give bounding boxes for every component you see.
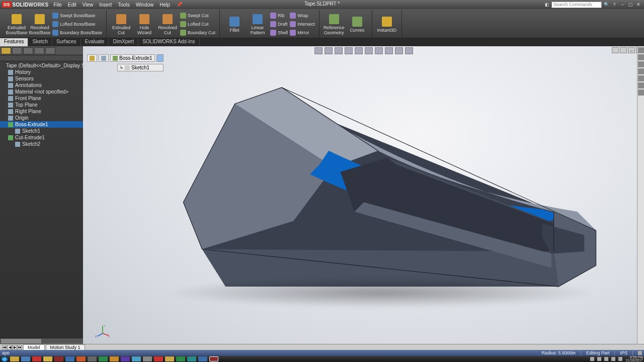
tree-sketch1[interactable]: Sketch1 <box>0 128 83 134</box>
tab-sketch[interactable]: Sketch <box>28 38 52 46</box>
tree-tab-property-manager[interactable] <box>12 47 22 54</box>
tray-icon-5[interactable] <box>618 357 622 361</box>
taskpane-appearances-icon[interactable] <box>638 75 644 81</box>
status-icon[interactable] <box>638 351 642 355</box>
start-button[interactable] <box>1 356 8 362</box>
taskpane-view-palette-icon[interactable] <box>638 68 644 74</box>
taskbar-app-11[interactable] <box>121 356 130 361</box>
instant3d-button[interactable]: Instant3D <box>375 16 398 33</box>
taskbar-app-17[interactable] <box>187 356 196 361</box>
taskbar-app-4[interactable] <box>43 356 52 361</box>
taskbar-app-2[interactable] <box>21 356 30 361</box>
taskpane-file-explorer-icon[interactable] <box>638 61 644 67</box>
graphics-viewport[interactable]: – ✕ Boss-Extrude1 ↳Sketch1 <box>83 46 644 344</box>
orientation-triad[interactable]: Y X Z <box>95 323 110 338</box>
breadcrumb-history-icon[interactable] <box>99 54 109 62</box>
shell-button[interactable]: Shell <box>269 28 289 37</box>
taskbar-app-active[interactable] <box>209 356 218 361</box>
tray-icon-2[interactable] <box>597 357 601 361</box>
tab-nav-last[interactable]: ⏭ <box>17 345 22 350</box>
breadcrumb-face-icon[interactable] <box>156 54 164 62</box>
taskbar-app-9[interactable] <box>99 356 108 361</box>
curves-button[interactable]: Curves <box>346 16 369 33</box>
tree-origin[interactable]: Origin <box>0 115 83 121</box>
wrap-button[interactable]: Wrap <box>289 11 316 20</box>
reference-geometry-button[interactable]: Reference Geometry <box>323 13 346 35</box>
tree-tab-feature-manager[interactable] <box>1 47 11 54</box>
sw-resources-icon[interactable]: ◧ <box>543 1 550 8</box>
taskbar-app-16[interactable] <box>176 356 185 361</box>
view-orientation-icon[interactable] <box>355 47 363 54</box>
tree-right-plane[interactable]: Right Plane <box>0 108 83 115</box>
revolved-cut-button[interactable]: Revolved Cut <box>156 13 179 35</box>
revolved-boss-button[interactable]: Revolved Boss/Base <box>28 13 51 35</box>
tree-annotations[interactable]: Annotations <box>0 82 83 88</box>
tree-history[interactable]: History <box>0 69 83 75</box>
linear-pattern-button[interactable]: Linear Pattern <box>246 13 269 35</box>
taskpane-forum-icon[interactable] <box>638 89 644 96</box>
lofted-boss-button[interactable]: Lofted Boss/Base <box>51 20 103 28</box>
section-view-icon[interactable] <box>345 47 353 54</box>
menu-tools[interactable]: Tools <box>118 2 129 8</box>
tray-icon-3[interactable] <box>604 357 608 361</box>
menu-help[interactable]: Help <box>159 2 170 8</box>
tree-sensors[interactable]: Sensors <box>0 75 83 82</box>
zoom-area-icon[interactable] <box>325 47 333 54</box>
tray-icon-4[interactable] <box>611 357 615 361</box>
tab-features[interactable]: Features <box>0 38 28 46</box>
tab-model[interactable]: Model <box>23 344 45 350</box>
help-icon[interactable]: ? <box>611 1 618 8</box>
tab-dimxpert[interactable]: DimXpert <box>109 38 138 46</box>
menu-window[interactable]: Window <box>136 2 154 8</box>
tray-icon-1[interactable] <box>590 357 594 361</box>
taskbar-app-5[interactable] <box>54 356 63 361</box>
taskbar-app-1[interactable] <box>10 356 19 361</box>
tab-surfaces[interactable]: Surfaces <box>52 38 80 46</box>
tab-nav-next[interactable]: ▶ <box>12 345 17 350</box>
fillet-button[interactable]: Fillet <box>223 16 246 33</box>
breadcrumb-feature[interactable]: Boss-Extrude1 <box>110 54 155 62</box>
rib-button[interactable]: Rib <box>269 11 289 20</box>
previous-view-icon[interactable] <box>335 47 343 54</box>
tree-cut-extrude1[interactable]: Cut-Extrude1 <box>0 134 83 141</box>
edit-appearance-icon[interactable] <box>385 47 393 54</box>
menu-file[interactable]: File <box>53 2 61 8</box>
tree-root[interactable]: Tape (Default<<Default>_Display State 1 <box>0 62 83 69</box>
taskbar-app-7[interactable] <box>76 356 86 361</box>
taskpane-resources-icon[interactable] <box>638 47 644 53</box>
tree-material[interactable]: Material <not specified> <box>0 88 83 95</box>
boundary-cut-button[interactable]: Boundary Cut <box>179 28 216 37</box>
taskpane-design-library-icon[interactable] <box>638 54 644 60</box>
tree-tab-dimxpert[interactable] <box>34 47 44 54</box>
vp-print-icon[interactable] <box>612 47 619 53</box>
tab-evaluate[interactable]: Evaluate <box>81 38 109 46</box>
taskbar-app-14[interactable] <box>154 356 163 361</box>
view-settings-icon[interactable] <box>405 47 413 54</box>
close-icon[interactable]: ✕ <box>635 1 642 8</box>
tree-top-plane[interactable]: Top Plane <box>0 102 83 108</box>
tree-scrollbar[interactable] <box>0 338 83 344</box>
menu-insert[interactable]: Insert <box>99 2 112 8</box>
taskbar-app-13[interactable] <box>143 356 152 361</box>
search-input[interactable]: Search Commands <box>551 2 602 8</box>
draft-button[interactable]: Draft <box>269 20 289 28</box>
lofted-cut-button[interactable]: Lofted Cut <box>179 20 216 28</box>
tree-tab-display-manager[interactable] <box>45 47 55 54</box>
restore-icon[interactable]: ▢ <box>627 1 634 8</box>
taskbar-app-3[interactable] <box>32 356 41 361</box>
tree-boss-extrude1[interactable]: Boss-Extrude1 <box>0 121 83 128</box>
tab-nav-first[interactable]: ⏮ <box>2 345 7 350</box>
zoom-to-fit-icon[interactable] <box>314 47 323 54</box>
taskbar-app-8[interactable] <box>88 356 97 361</box>
swept-boss-button[interactable]: Swept Boss/Base <box>51 11 103 20</box>
taskbar-app-12[interactable] <box>132 356 141 361</box>
taskbar-app-6[interactable] <box>65 356 74 361</box>
taskbar-app-15[interactable] <box>165 356 174 361</box>
extruded-boss-button[interactable]: Extruded Boss/Base <box>5 13 28 35</box>
apply-scene-icon[interactable] <box>395 47 403 54</box>
boundary-boss-button[interactable]: Boundary Boss/Base <box>51 28 103 37</box>
tree-sketch2[interactable]: Sketch2 <box>0 141 83 147</box>
tree-tab-config-manager[interactable] <box>23 47 33 54</box>
search-icon[interactable]: 🔍 <box>603 1 610 8</box>
vp-maximize-icon[interactable] <box>620 47 627 53</box>
